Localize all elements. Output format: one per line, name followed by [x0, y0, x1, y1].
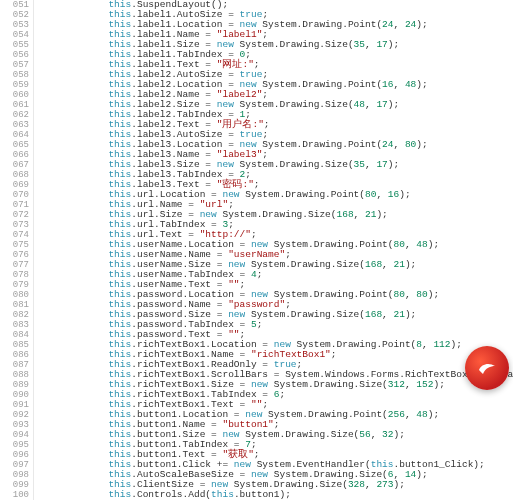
line-number: 077	[0, 260, 29, 270]
token-num: 256	[388, 409, 405, 420]
token-p: );	[388, 159, 399, 170]
token-p: System.Drawing.Size(	[234, 39, 354, 50]
token-p: System.Drawing.Size(	[268, 379, 388, 390]
token-p: ,	[394, 79, 405, 90]
line-number: 075	[0, 240, 29, 250]
token-num: 56	[359, 429, 370, 440]
token-p: );	[405, 309, 416, 320]
token-num: 21	[394, 259, 405, 270]
token-p: ,	[365, 99, 376, 110]
code-line[interactable]: this.Controls.Add(this.button1);	[40, 490, 513, 500]
token-p: );	[451, 339, 462, 350]
token-p: ,	[405, 379, 416, 390]
line-number: 064	[0, 130, 29, 140]
token-kw: this	[108, 489, 131, 500]
token-num: 312	[388, 379, 405, 390]
token-p: ,	[405, 239, 416, 250]
token-num: 17	[376, 159, 387, 170]
line-number: 083	[0, 320, 29, 330]
token-p: );	[376, 209, 387, 220]
token-p: System.Drawing.Point(	[257, 79, 382, 90]
token-num: 17	[376, 99, 387, 110]
line-number: 073	[0, 220, 29, 230]
floating-logo-badge[interactable]	[465, 346, 509, 390]
line-number: 095	[0, 440, 29, 450]
line-number: 065	[0, 140, 29, 150]
token-p: );	[433, 379, 444, 390]
line-number: 097	[0, 460, 29, 470]
line-number-gutter: 0510520530540550560570580590600610620630…	[0, 0, 34, 500]
token-p: );	[394, 429, 405, 440]
token-num: 48	[354, 99, 365, 110]
swoosh-icon	[475, 356, 499, 380]
token-p: System.Drawing.Point(	[257, 139, 382, 150]
token-p: ,	[405, 289, 416, 300]
token-p: );	[428, 239, 439, 250]
line-number: 081	[0, 300, 29, 310]
line-number: 071	[0, 200, 29, 210]
token-p: );	[416, 79, 427, 90]
token-num: 273	[376, 479, 393, 490]
token-p: );	[394, 479, 405, 490]
token-p: ;	[331, 349, 337, 360]
line-number: 099	[0, 480, 29, 490]
token-num: 16	[382, 79, 393, 90]
token-p: System.Drawing.Size(	[240, 429, 360, 440]
line-number: 074	[0, 230, 29, 240]
token-num: 35	[354, 39, 365, 50]
line-number: 055	[0, 40, 29, 50]
line-number: 054	[0, 30, 29, 40]
token-num: 35	[354, 159, 365, 170]
line-number: 096	[0, 450, 29, 460]
token-num: 80	[416, 289, 427, 300]
line-number: 091	[0, 400, 29, 410]
token-num: 24	[405, 19, 416, 30]
token-num: 21	[365, 209, 376, 220]
token-num: 80	[405, 139, 416, 150]
line-number: 080	[0, 290, 29, 300]
token-num: 32	[382, 429, 393, 440]
line-number: 063	[0, 120, 29, 130]
line-number: 085	[0, 340, 29, 350]
token-p: .Controls.Add(	[131, 489, 211, 500]
token-p: );	[405, 259, 416, 270]
token-num: 48	[405, 79, 416, 90]
line-number: 072	[0, 210, 29, 220]
token-num: 152	[416, 379, 433, 390]
line-number: 057	[0, 60, 29, 70]
token-p: System.Drawing.Point(	[262, 409, 387, 420]
line-number: 087	[0, 360, 29, 370]
token-p: ,	[405, 409, 416, 420]
token-p: ,	[382, 259, 393, 270]
token-num: 112	[433, 339, 450, 350]
line-number: 052	[0, 10, 29, 20]
line-number: 053	[0, 20, 29, 30]
line-number: 066	[0, 150, 29, 160]
token-num: 80	[394, 289, 405, 300]
line-number: 090	[0, 390, 29, 400]
line-number: 086	[0, 350, 29, 360]
token-num: 14	[405, 469, 416, 480]
token-num: 80	[394, 239, 405, 250]
token-p: System.Drawing.Size(	[234, 159, 354, 170]
token-p: ,	[382, 309, 393, 320]
token-p: );	[428, 409, 439, 420]
line-number: 084	[0, 330, 29, 340]
token-p: System.Drawing.Point(	[257, 19, 382, 30]
line-number: 061	[0, 100, 29, 110]
token-p: .button1);	[234, 489, 291, 500]
line-number: 079	[0, 280, 29, 290]
line-number: 092	[0, 410, 29, 420]
token-num: 16	[388, 189, 399, 200]
line-number: 068	[0, 170, 29, 180]
token-p: );	[416, 139, 427, 150]
line-number: 093	[0, 420, 29, 430]
token-num: 48	[416, 239, 427, 250]
line-number: 058	[0, 70, 29, 80]
code-area[interactable]: this.SuspendLayout(); this.label1.AutoSi…	[34, 0, 513, 500]
line-number: 062	[0, 110, 29, 120]
token-p: );	[399, 189, 410, 200]
token-p: ,	[365, 159, 376, 170]
line-number: 076	[0, 250, 29, 260]
line-number: 069	[0, 180, 29, 190]
